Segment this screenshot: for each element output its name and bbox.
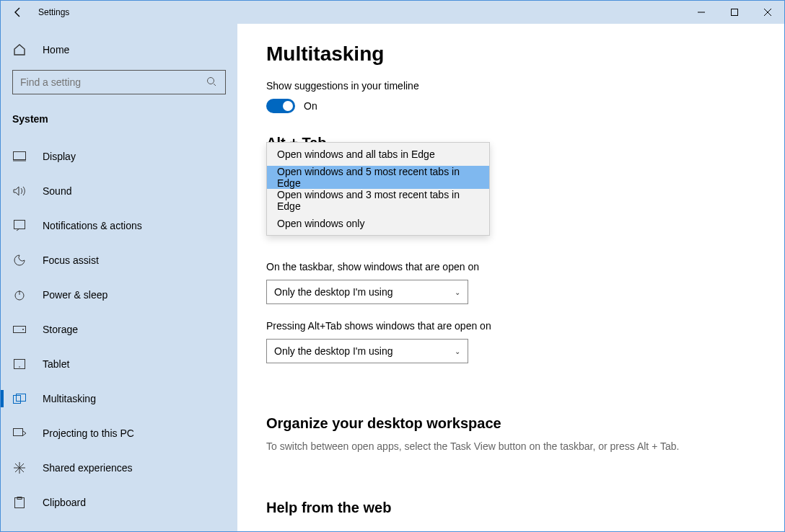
title-bar: Settings bbox=[1, 1, 784, 24]
sidebar-item-label: Tablet bbox=[43, 358, 69, 370]
svg-point-6 bbox=[22, 329, 24, 330]
sidebar-item-label: Notifications & actions bbox=[43, 220, 142, 231]
sidebar-item-label: Projecting to this PC bbox=[43, 427, 134, 439]
search-input[interactable] bbox=[20, 76, 206, 88]
sidebar-item-label: Display bbox=[43, 151, 76, 162]
sidebar-item-multitasking[interactable]: Multitasking bbox=[1, 384, 237, 413]
svg-rect-11 bbox=[14, 429, 23, 436]
search-box[interactable] bbox=[12, 70, 226, 94]
maximize-icon bbox=[731, 9, 738, 16]
alttab2-label: Pressing Alt+Tab shows windows that are … bbox=[266, 320, 755, 332]
window-title: Settings bbox=[38, 7, 69, 17]
alttab2-dropdown[interactable]: Only the desktop I'm using ⌄ bbox=[266, 339, 468, 363]
sidebar-item-storage[interactable]: Storage bbox=[1, 315, 237, 344]
taskbar-dropdown[interactable]: Only the desktop I'm using ⌄ bbox=[266, 280, 468, 304]
sidebar-item-focus-assist[interactable]: Focus assist bbox=[1, 246, 237, 275]
power-icon bbox=[12, 288, 27, 302]
timeline-label: Show suggestions in your timeline bbox=[266, 80, 755, 92]
sidebar-section-header: System bbox=[1, 105, 237, 133]
toggle-thumb bbox=[283, 101, 293, 111]
organize-heading: Organize your desktop workspace bbox=[266, 415, 755, 432]
sidebar-item-display[interactable]: Display bbox=[1, 142, 237, 171]
sidebar-item-clipboard[interactable]: Clipboard bbox=[1, 488, 237, 517]
svg-point-1 bbox=[208, 78, 214, 84]
svg-rect-2 bbox=[14, 152, 26, 160]
svg-rect-3 bbox=[14, 221, 25, 229]
page-title: Multitasking bbox=[266, 43, 755, 66]
svg-rect-0 bbox=[732, 9, 738, 16]
sidebar: Home System Display Sound bbox=[1, 24, 237, 531]
multitasking-icon bbox=[12, 391, 27, 406]
minimize-icon bbox=[698, 9, 705, 16]
notifications-icon bbox=[12, 218, 27, 233]
sidebar-item-shared-experiences[interactable]: Shared experiences bbox=[1, 453, 237, 482]
projecting-icon bbox=[12, 426, 27, 440]
organize-hint: To switch between open apps, select the … bbox=[266, 440, 755, 452]
sidebar-item-label: Sound bbox=[43, 185, 71, 197]
sidebar-item-sound[interactable]: Sound bbox=[1, 177, 237, 205]
back-button[interactable] bbox=[6, 1, 30, 24]
chevron-down-icon: ⌄ bbox=[455, 288, 460, 296]
sidebar-item-label: Storage bbox=[43, 324, 78, 335]
arrow-left-icon bbox=[13, 7, 23, 17]
svg-rect-9 bbox=[14, 396, 21, 404]
maximize-button[interactable] bbox=[718, 1, 751, 24]
sidebar-home-label: Home bbox=[43, 44, 69, 56]
dropdown-value: Only the desktop I'm using bbox=[274, 345, 393, 357]
sound-icon bbox=[12, 184, 27, 198]
sidebar-item-label: Power & sleep bbox=[43, 289, 108, 301]
sidebar-item-tablet[interactable]: Tablet bbox=[1, 350, 237, 378]
sidebar-item-label: Clipboard bbox=[43, 497, 86, 508]
home-icon bbox=[12, 43, 27, 57]
alttab-dropdown-open[interactable]: Open windows and all tabs in Edge Open w… bbox=[266, 142, 490, 236]
window-controls bbox=[685, 1, 784, 24]
taskbar-label: On the taskbar, show windows that are op… bbox=[266, 261, 755, 272]
clipboard-icon bbox=[12, 495, 27, 510]
tablet-icon bbox=[12, 357, 27, 371]
dropdown-option[interactable]: Open windows and all tabs in Edge bbox=[267, 143, 489, 166]
sidebar-item-projecting[interactable]: Projecting to this PC bbox=[1, 419, 237, 448]
dropdown-value: Only the desktop I'm using bbox=[274, 286, 393, 298]
storage-icon bbox=[12, 322, 27, 337]
search-icon bbox=[206, 76, 218, 88]
sidebar-home[interactable]: Home bbox=[1, 35, 237, 64]
focus-assist-icon bbox=[12, 253, 27, 267]
sidebar-item-label: Focus assist bbox=[43, 254, 99, 266]
dropdown-option-selected[interactable]: Open windows and 5 most recent tabs in E… bbox=[267, 166, 489, 189]
content-area: Multitasking Show suggestions in your ti… bbox=[237, 24, 784, 531]
toggle-track bbox=[266, 99, 295, 113]
minimize-button[interactable] bbox=[685, 1, 718, 24]
close-icon bbox=[764, 9, 771, 16]
svg-point-8 bbox=[19, 366, 20, 368]
shared-experiences-icon bbox=[12, 461, 27, 475]
close-button[interactable] bbox=[751, 1, 784, 24]
help-heading: Help from the web bbox=[266, 500, 755, 516]
toggle-state: On bbox=[304, 100, 317, 112]
sidebar-item-power-sleep[interactable]: Power & sleep bbox=[1, 280, 237, 309]
sidebar-item-notifications[interactable]: Notifications & actions bbox=[1, 211, 237, 240]
timeline-toggle[interactable]: On bbox=[266, 99, 755, 113]
chevron-down-icon: ⌄ bbox=[455, 347, 460, 355]
display-icon bbox=[12, 149, 27, 164]
sidebar-item-label: Shared experiences bbox=[43, 462, 133, 474]
sidebar-item-label: Multitasking bbox=[43, 393, 96, 404]
dropdown-option[interactable]: Open windows and 3 most recent tabs in E… bbox=[267, 189, 489, 212]
dropdown-option[interactable]: Open windows only bbox=[267, 212, 489, 235]
